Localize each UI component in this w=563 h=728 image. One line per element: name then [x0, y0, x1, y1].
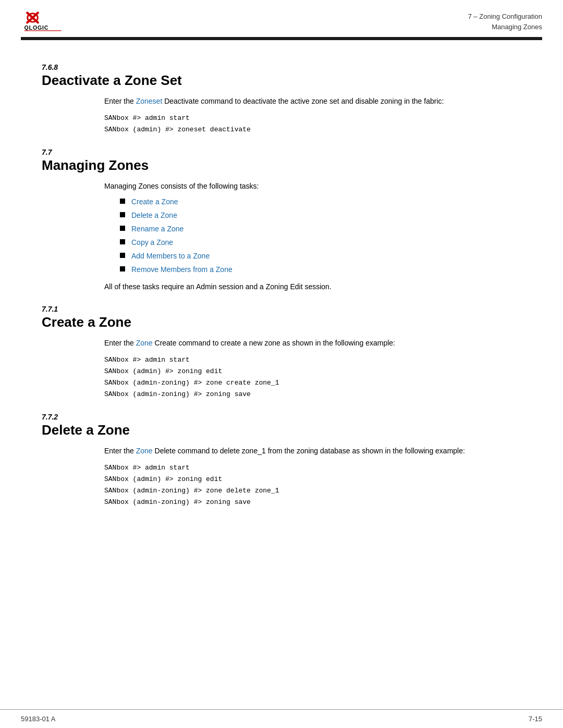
header-text: 7 – Zoning Configuration Managing Zones — [468, 9, 542, 32]
bullet-icon-2 — [120, 212, 125, 217]
code-block-772: SANbox #> admin start SANbox (admin) #> … — [104, 462, 542, 508]
bullet-icon-3 — [120, 226, 125, 231]
section-772: 7.7.2 Delete a Zone Enter the Zone Delet… — [42, 413, 542, 508]
link-zoneset[interactable]: Zoneset — [136, 97, 163, 105]
code-line: SANbox (admin) #> zoneset deactivate — [104, 124, 542, 135]
code-line: SANbox (admin-zoning) #> zoning save — [104, 389, 542, 400]
link-add-members[interactable]: Add Members to a Zone — [131, 251, 210, 262]
code-line: SANbox (admin-zoning) #> zone delete zon… — [104, 485, 542, 497]
logo-area: QLOGIC — [21, 9, 68, 33]
footer-right: 7-15 — [529, 715, 542, 723]
content: 7.6.8 Deactivate a Zone Set Enter the Zo… — [0, 40, 563, 709]
bullet-icon-6 — [120, 266, 125, 272]
header: QLOGIC 7 – Zoning Configuration Managing… — [0, 0, 563, 33]
section-label: Managing Zones — [468, 22, 542, 32]
code-line: SANbox #> admin start — [104, 462, 542, 474]
bullet-icon-4 — [120, 239, 125, 244]
link-zone-771[interactable]: Zone — [136, 339, 153, 347]
link-rename-zone[interactable]: Rename a Zone — [131, 224, 183, 235]
code-block-771: SANbox #> admin start SANbox (admin) #> … — [104, 354, 542, 400]
bullet-list-77: Create a Zone Delete a Zone Rename a Zon… — [42, 196, 542, 275]
link-copy-zone[interactable]: Copy a Zone — [131, 237, 173, 248]
section-771: 7.7.1 Create a Zone Enter the Zone Creat… — [42, 305, 542, 400]
footer-left: 59183-01 A — [21, 715, 56, 723]
bullet-icon-1 — [120, 199, 125, 204]
code-line: SANbox (admin-zoning) #> zoning save — [104, 497, 542, 508]
code-line: SANbox (admin) #> zoning edit — [104, 474, 542, 485]
bullet-item-6: Remove Members from a Zone — [120, 264, 542, 275]
body-text-772: Enter the Zone Delete command to delete … — [42, 446, 542, 457]
bullet-item-5: Add Members to a Zone — [120, 251, 542, 262]
code-line: SANbox #> admin start — [104, 113, 542, 124]
section-num-772: 7.7.2 — [42, 413, 542, 421]
body-text-768: Enter the Zoneset Deactivate command to … — [42, 96, 542, 107]
qlogic-logo: QLOGIC — [21, 9, 68, 33]
bullet-icon-5 — [120, 253, 125, 258]
bullet-item-4: Copy a Zone — [120, 237, 542, 248]
bullet-item-2: Delete a Zone — [120, 210, 542, 221]
section-heading-771: Create a Zone — [42, 314, 542, 330]
page: QLOGIC 7 – Zoning Configuration Managing… — [0, 0, 563, 728]
link-zone-772[interactable]: Zone — [136, 447, 153, 455]
section-num-768: 7.6.8 — [42, 63, 542, 71]
section-77: 7.7 Managing Zones Managing Zones consis… — [42, 148, 542, 292]
section-heading-772: Delete a Zone — [42, 422, 542, 438]
section-768: 7.6.8 Deactivate a Zone Set Enter the Zo… — [42, 63, 542, 135]
footer: 59183-01 A 7-15 — [0, 709, 563, 728]
link-create-zone[interactable]: Create a Zone — [131, 196, 178, 207]
section-num-77: 7.7 — [42, 148, 542, 156]
link-remove-members[interactable]: Remove Members from a Zone — [131, 264, 232, 275]
code-line: SANbox (admin-zoning) #> zone create zon… — [104, 377, 542, 389]
body-intro-77: Managing Zones consists of the following… — [42, 181, 542, 192]
section-heading-77: Managing Zones — [42, 157, 542, 174]
chapter-label: 7 – Zoning Configuration — [468, 11, 542, 22]
section-num-771: 7.7.1 — [42, 305, 542, 313]
link-delete-zone[interactable]: Delete a Zone — [131, 210, 177, 221]
bullet-item-3: Rename a Zone — [120, 224, 542, 235]
bullet-item-1: Create a Zone — [120, 196, 542, 207]
body-outro-77: All of these tasks require an Admin sess… — [42, 281, 542, 293]
code-block-768: SANbox #> admin start SANbox (admin) #> … — [104, 113, 542, 135]
body-text-771: Enter the Zone Create command to create … — [42, 338, 542, 349]
code-line: SANbox (admin) #> zoning edit — [104, 366, 542, 377]
code-line: SANbox #> admin start — [104, 354, 542, 366]
svg-text:QLOGIC: QLOGIC — [25, 24, 49, 31]
section-heading-768: Deactivate a Zone Set — [42, 72, 542, 89]
